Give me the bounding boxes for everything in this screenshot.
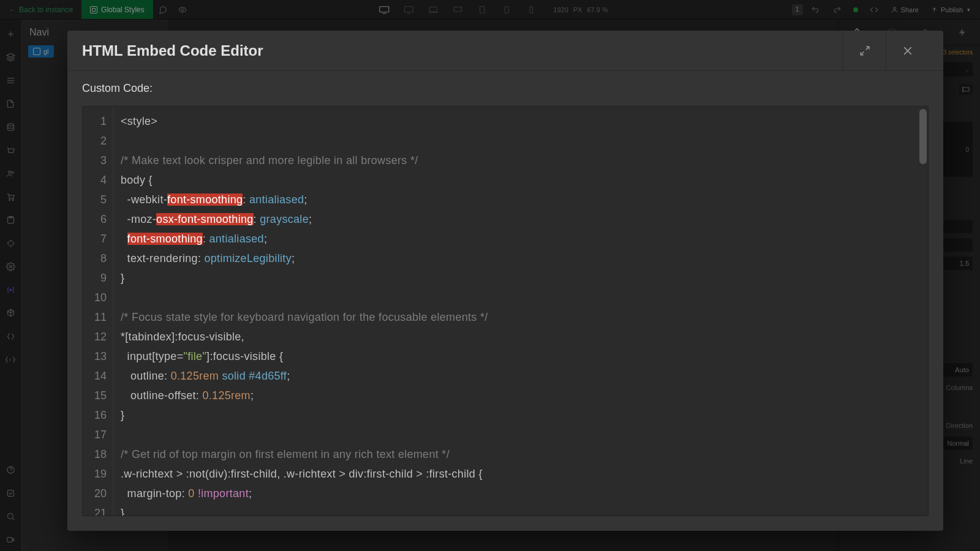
svg-line-42 (861, 51, 864, 54)
modal-overlay: HTML Embed Code Editor Custom Code: 1234… (0, 0, 980, 551)
custom-code-label: Custom Code: (82, 82, 929, 95)
editor-scrollbar[interactable] (919, 109, 927, 164)
expand-icon[interactable] (843, 31, 886, 71)
svg-line-41 (865, 47, 869, 50)
code-editor[interactable]: 123456789101112131415161718192021 <style… (82, 106, 929, 516)
close-icon[interactable] (886, 31, 929, 71)
html-embed-modal: HTML Embed Code Editor Custom Code: 1234… (67, 31, 943, 531)
modal-title: HTML Embed Code Editor (82, 42, 263, 59)
